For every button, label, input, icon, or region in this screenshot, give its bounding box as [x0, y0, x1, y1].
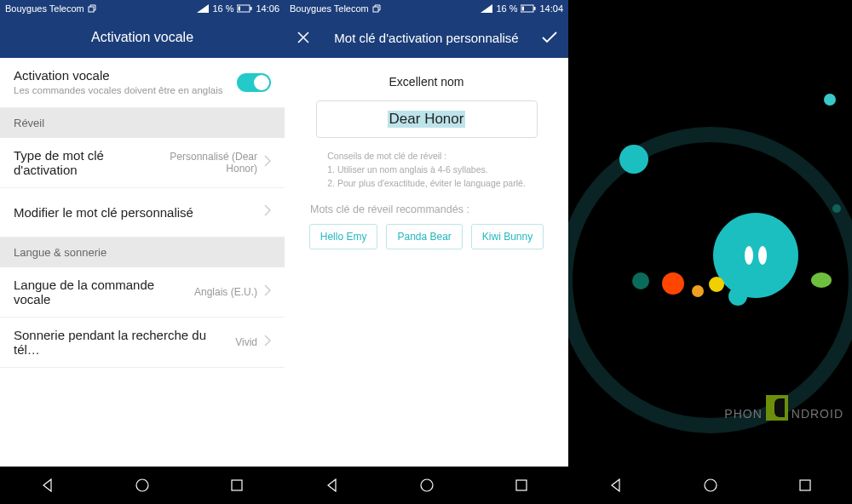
- screen-voice-assistant: PHON NDROID: [568, 0, 852, 504]
- toggle-switch[interactable]: [237, 73, 271, 92]
- chip-hello-emy[interactable]: Hello Emy: [309, 224, 378, 249]
- svg-rect-5: [232, 480, 242, 490]
- watermark: PHON NDROID: [724, 395, 843, 421]
- planet-dot: [709, 277, 724, 292]
- planet-dot: [632, 272, 649, 289]
- row-primary: Sonnerie pendant la recherche du tél…: [14, 328, 235, 357]
- tips-text: Conseils de mot clé de réveil : 1. Utili…: [327, 150, 526, 190]
- row-value: Personnalisé (Dear Honor): [164, 151, 257, 175]
- toggle-row-activation[interactable]: Activation vocale Les commandes vocales …: [0, 58, 285, 108]
- nav-back-button[interactable]: [590, 472, 642, 498]
- planet-dot: [619, 145, 648, 174]
- planet-dot: [824, 94, 836, 106]
- planet-dot: [811, 272, 832, 288]
- recommend-label: Mots clé de réveil recommandés :: [305, 203, 548, 215]
- app-bar: Mot clé d'activation personnalisé: [285, 17, 568, 58]
- row-type-activation[interactable]: Type de mot clé d'activation Personnalis…: [0, 138, 285, 188]
- eye-icon: [758, 246, 767, 265]
- row-modify-keyword[interactable]: Modifier le mot clé personnalisé: [0, 188, 285, 238]
- assistant-face-icon: [713, 213, 798, 298]
- confirm-button[interactable]: [539, 27, 560, 48]
- screen-custom-keyword: Bouygues Telecom 16 % 14:04 Mot clé d'ac…: [285, 0, 568, 504]
- watermark-text: NDROID: [792, 407, 843, 421]
- nav-recents-button[interactable]: [211, 472, 262, 498]
- keyword-input[interactable]: Dear Honor: [316, 100, 538, 138]
- svg-point-12: [705, 479, 717, 491]
- popup-icon: [88, 4, 96, 13]
- signal-icon: [197, 4, 209, 13]
- feedback-label: Excellent nom: [389, 75, 464, 89]
- battery-text: 16 %: [212, 3, 233, 14]
- svg-rect-0: [89, 7, 94, 12]
- watermark-text: PHON: [724, 407, 762, 421]
- settings-list: Activation vocale Les commandes vocales …: [0, 58, 285, 467]
- carrier-label: Bouygues Telecom: [5, 3, 84, 14]
- nav-recents-button[interactable]: [780, 472, 831, 498]
- status-bar: Bouygues Telecom 16 % 14:04: [285, 0, 568, 17]
- svg-rect-11: [516, 480, 527, 490]
- screen-activation-vocale: Bouygues Telecom 16 % 14:06 Activation v…: [0, 0, 285, 504]
- app-bar-title: Activation vocale: [91, 30, 193, 45]
- clock-text: 14:04: [539, 3, 563, 14]
- row-secondary: Les commandes vocales doivent être en an…: [14, 84, 237, 97]
- chip-panda-bear[interactable]: Panda Bear: [386, 224, 462, 249]
- carrier-label: Bouygues Telecom: [290, 3, 369, 14]
- planet-dot: [692, 285, 704, 297]
- nav-back-button[interactable]: [307, 472, 358, 498]
- battery-text: 16 %: [496, 3, 517, 14]
- keyword-input-value: Dear Honor: [388, 111, 466, 128]
- signal-icon: [481, 4, 492, 13]
- row-primary: Modifier le mot clé personnalisé: [14, 205, 264, 220]
- nav-back-button[interactable]: [22, 472, 73, 498]
- status-bar: Bouygues Telecom 16 % 14:06: [0, 0, 285, 17]
- battery-icon: [237, 4, 252, 13]
- chevron-right-icon: [264, 204, 271, 220]
- row-value: Anglais (E.U.): [194, 286, 257, 298]
- svg-point-4: [136, 479, 148, 491]
- section-header-langue: Langue & sonnerie: [0, 238, 285, 267]
- row-primary: Activation vocale: [14, 68, 237, 83]
- planet-dot: [832, 204, 841, 213]
- row-primary: Langue de la commande vocale: [14, 278, 194, 306]
- nav-bar: [0, 467, 285, 504]
- popup-icon: [372, 4, 381, 13]
- row-langue-commande[interactable]: Langue de la commande vocale Anglais (E.…: [0, 267, 285, 318]
- chevron-right-icon: [264, 155, 271, 170]
- chevron-right-icon: [264, 335, 271, 350]
- row-value: Vivid: [235, 336, 257, 348]
- svg-rect-13: [800, 480, 810, 490]
- row-sonnerie[interactable]: Sonnerie pendant la recherche du tél… Vi…: [0, 318, 285, 368]
- close-button[interactable]: [293, 27, 314, 48]
- recommended-chips: Hello Emy Panda Bear Kiwi Bunny: [309, 224, 544, 249]
- watermark-logo-icon: [766, 395, 788, 421]
- nav-recents-button[interactable]: [496, 472, 547, 498]
- svg-rect-9: [534, 7, 536, 10]
- planet-dot: [728, 287, 747, 306]
- app-bar: Activation vocale: [0, 17, 285, 58]
- eye-icon: [745, 246, 753, 265]
- nav-bar: [568, 467, 852, 504]
- section-header-reveil: Réveil: [0, 108, 285, 138]
- keyword-editor: Excellent nom Dear Honor Conseils de mot…: [285, 58, 568, 467]
- chevron-right-icon: [264, 284, 271, 300]
- nav-home-button[interactable]: [117, 472, 168, 498]
- row-primary: Type de mot clé d'activation: [14, 148, 164, 177]
- chip-kiwi-bunny[interactable]: Kiwi Bunny: [471, 224, 544, 249]
- svg-point-10: [421, 479, 433, 491]
- nav-home-button[interactable]: [401, 472, 452, 498]
- svg-rect-8: [522, 7, 525, 11]
- planet-dot: [662, 272, 684, 295]
- app-bar-title: Mot clé d'activation personnalisé: [334, 31, 518, 45]
- clock-text: 14:06: [256, 3, 279, 14]
- svg-rect-3: [250, 7, 252, 10]
- nav-bar: [285, 467, 568, 504]
- svg-rect-2: [239, 7, 241, 11]
- nav-home-button[interactable]: [685, 472, 736, 498]
- battery-icon: [521, 4, 536, 13]
- assistant-visualization: PHON NDROID: [568, 0, 852, 467]
- svg-rect-6: [373, 7, 378, 12]
